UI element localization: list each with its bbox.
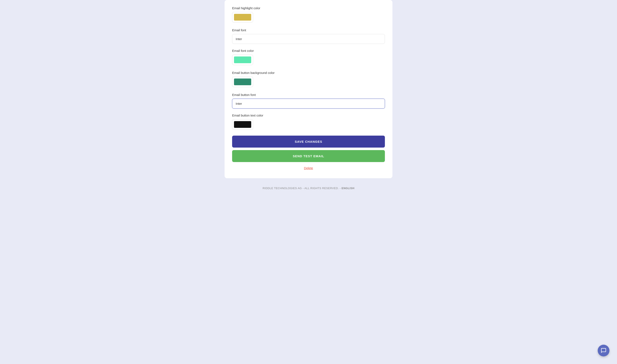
- email-font-color-picker[interactable]: [232, 55, 253, 65]
- email-button-text-color-group: Email button text color: [232, 114, 385, 130]
- footer-text: RIDDLE TECHNOLOGIES AG - ALL RIGHTS RESE…: [263, 187, 341, 190]
- email-button-font-group: Email button font: [232, 93, 385, 108]
- email-button-text-color-label: Email button text color: [232, 114, 385, 117]
- email-button-font-label: Email button font: [232, 93, 385, 97]
- email-button-text-color-picker[interactable]: [232, 119, 253, 130]
- email-button-text-color-swatch: [234, 121, 251, 128]
- send-test-email-button[interactable]: SEND TEST EMAIL: [232, 150, 385, 162]
- email-font-color-swatch: [234, 56, 251, 63]
- email-button-bg-color-picker[interactable]: [232, 77, 253, 87]
- chat-button[interactable]: [598, 345, 609, 356]
- email-highlight-color-group: Email highlight color: [232, 6, 385, 23]
- email-highlight-color-label: Email highlight color: [232, 6, 385, 10]
- email-font-color-group: Email font color: [232, 49, 385, 66]
- email-button-bg-color-group: Email button background color: [232, 71, 385, 88]
- email-button-font-input[interactable]: [232, 99, 385, 108]
- email-button-bg-color-label: Email button background color: [232, 71, 385, 75]
- chat-icon: [601, 348, 606, 353]
- email-font-label: Email font: [232, 28, 385, 32]
- save-changes-button[interactable]: SAVE CHANGES: [232, 136, 385, 148]
- email-highlight-color-picker[interactable]: [232, 12, 253, 23]
- delete-button[interactable]: Delete: [232, 165, 385, 171]
- email-button-bg-color-swatch: [234, 78, 251, 85]
- email-font-color-label: Email font color: [232, 49, 385, 52]
- email-font-group: Email font: [232, 28, 385, 44]
- email-font-input[interactable]: [232, 34, 385, 44]
- language-link[interactable]: ENGLISH: [342, 187, 354, 190]
- email-highlight-color-swatch: [234, 14, 251, 21]
- footer: RIDDLE TECHNOLOGIES AG - ALL RIGHTS RESE…: [263, 187, 354, 190]
